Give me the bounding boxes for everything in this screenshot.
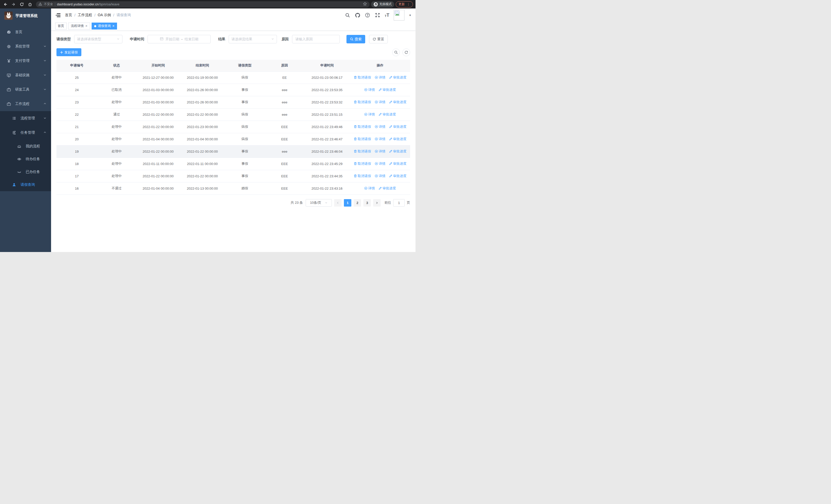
chevron-up-icon (44, 130, 47, 135)
reset-button[interactable]: 重置 (369, 35, 388, 43)
goto-page-input[interactable]: 1 (393, 199, 405, 207)
cell-start: 2022-01-11 00:00:00 (136, 157, 180, 170)
cell-actions: 取消请假详情审批进度 (350, 121, 410, 133)
row-action-progress[interactable]: 审批进度 (389, 75, 406, 80)
toggle-search-button[interactable] (392, 49, 400, 56)
breadcrumb-workflow[interactable]: 工作流程 (78, 13, 92, 18)
sidebar-item-infra[interactable]: 基础设施 (0, 68, 51, 82)
next-page-button[interactable] (373, 199, 381, 207)
date-range-picker[interactable]: 开始日期 - 结束日期 (148, 35, 211, 43)
row-action-detail[interactable]: 详情 (364, 112, 375, 117)
sidebar-item-process-mgmt[interactable]: 流程管理 (0, 111, 51, 125)
url-bar[interactable]: 不安全 dashboard.yudao.iocoder.cn/bpm/oa/le… (36, 1, 370, 7)
row-action-cancel[interactable]: 取消请假 (354, 137, 371, 141)
avatar[interactable] (394, 10, 404, 21)
back-icon[interactable] (3, 2, 8, 7)
row-action-detail[interactable]: 详情 (375, 100, 385, 105)
breadcrumb-oa-example[interactable]: OA 示例 (98, 13, 111, 18)
sidebar-item-home[interactable]: 首页 (0, 25, 51, 39)
page-size-select[interactable]: 10条/页 (306, 199, 332, 207)
reason-input[interactable]: 请输入原因 (292, 35, 340, 43)
sidebar-item-my-process[interactable]: 我的流程 (0, 140, 51, 153)
search-icon[interactable] (345, 12, 350, 18)
row-action-progress[interactable]: 审批进度 (389, 149, 406, 154)
row-action-detail[interactable]: 详情 (375, 161, 385, 166)
tag-process-detail[interactable]: 流程详情✕ (68, 23, 90, 30)
row-action-cancel[interactable]: 取消请假 (354, 100, 371, 105)
prev-page-button[interactable] (334, 199, 342, 207)
breadcrumb-home[interactable]: 首页 (65, 13, 72, 18)
row-action-progress[interactable]: 审批进度 (389, 100, 406, 105)
row-action-label: 详情 (379, 149, 385, 154)
fullscreen-icon[interactable] (375, 12, 380, 18)
close-icon[interactable]: ✕ (85, 24, 87, 28)
sidebar-item-leave-query[interactable]: 请假查询 (0, 178, 51, 191)
row-action-cancel[interactable]: 取消请假 (354, 124, 371, 129)
forward-icon[interactable] (11, 2, 17, 7)
result-select[interactable]: 请选择流结果 (229, 35, 277, 43)
sidebar-logo[interactable]: 芋道管理系统 (0, 8, 51, 23)
browser-menu-icon[interactable]: ⋮ (407, 2, 410, 6)
cell-end: 2022-01-23 00:00:00 (180, 121, 224, 133)
row-action-progress[interactable]: 审批进度 (389, 124, 406, 129)
breadcrumb-separator (94, 13, 95, 17)
sidebar-item-done-tasks[interactable]: 已办任务 (0, 166, 51, 178)
row-action-label: 审批进度 (383, 88, 396, 92)
col-header: 结束时间 (180, 60, 224, 71)
row-action-detail[interactable]: 详情 (364, 88, 375, 92)
github-icon[interactable] (355, 12, 360, 18)
cell-actions: 取消请假详情审批进度 (350, 170, 410, 182)
refresh-button[interactable] (402, 49, 410, 56)
font-size-icon[interactable]: TT (385, 13, 389, 18)
row-action-label: 审批进度 (393, 137, 406, 141)
row-action-progress[interactable]: 审批进度 (378, 112, 396, 117)
search-button[interactable]: 搜索 (346, 35, 365, 43)
row-action-cancel[interactable]: 取消请假 (354, 149, 371, 154)
insecure-warning-icon (38, 2, 42, 7)
row-action-progress[interactable]: 审批进度 (389, 174, 406, 178)
row-action-cancel[interactable]: 取消请假 (354, 75, 371, 80)
sidebar-item-devtools[interactable]: 研发工具 (0, 82, 51, 97)
row-action-detail[interactable]: 详情 (375, 149, 385, 154)
view-icon (375, 162, 378, 165)
sidebar-collapse-icon[interactable] (55, 12, 61, 18)
page-button-3[interactable]: 3 (364, 199, 371, 207)
row-action-detail[interactable]: 详情 (375, 174, 385, 178)
update-button[interactable]: 更新 ⋮ (396, 1, 413, 7)
close-icon[interactable]: ✕ (112, 24, 114, 28)
sidebar-item-payment[interactable]: 支付管理 (0, 54, 51, 68)
tag-leave-query[interactable]: 请假查询✕ (92, 23, 117, 30)
row-action-detail[interactable]: 详情 (364, 186, 375, 191)
sidebar-item-task-mgmt[interactable]: 任务管理 (0, 125, 51, 140)
cell-reason: eee (265, 84, 304, 96)
page-content: 请假类型 请选择请假类型 申请时间 开始日期 - 结束日期 (51, 31, 416, 252)
sidebar-item-todo-tasks[interactable]: 待办任务 (0, 153, 51, 166)
yen-icon (6, 59, 11, 63)
page-button-1[interactable]: 1 (344, 199, 351, 207)
row-action-progress[interactable]: 审批进度 (389, 137, 406, 141)
leave-type-select[interactable]: 请选择请假类型 (74, 35, 122, 43)
row-action-cancel[interactable]: 取消请假 (354, 161, 371, 166)
create-leave-button[interactable]: 发起请假 (56, 48, 81, 56)
bookmark-star-icon[interactable] (363, 2, 367, 7)
sidebar-item-system[interactable]: 系统管理 (0, 39, 51, 54)
help-icon[interactable] (365, 12, 370, 18)
row-action-label: 取消请假 (358, 137, 371, 141)
row-action-cancel[interactable]: 取消请假 (354, 174, 371, 178)
reload-icon[interactable] (19, 2, 25, 7)
row-action-progress[interactable]: 审批进度 (378, 186, 396, 191)
row-action-detail[interactable]: 详情 (375, 137, 385, 141)
breadcrumb: 首页 工作流程 OA 示例 请假查询 (65, 13, 131, 18)
home-icon[interactable] (27, 2, 33, 7)
cell-end: 2022-01-22 00:00:00 (180, 145, 224, 157)
toolbar: 发起请假 (56, 48, 410, 56)
row-action-detail[interactable]: 详情 (375, 124, 385, 129)
row-action-detail[interactable]: 详情 (375, 75, 385, 80)
sidebar-item-workflow[interactable]: 工作流程 (0, 97, 51, 111)
user-menu-caret-icon[interactable]: ▼ (409, 14, 411, 17)
row-action-progress[interactable]: 审批进度 (389, 161, 406, 166)
row-action-progress[interactable]: 审批进度 (378, 88, 396, 92)
page-button-2[interactable]: 2 (354, 199, 361, 207)
tag-home[interactable]: 首页 (55, 23, 67, 30)
cell-reason: EEE (265, 133, 304, 145)
